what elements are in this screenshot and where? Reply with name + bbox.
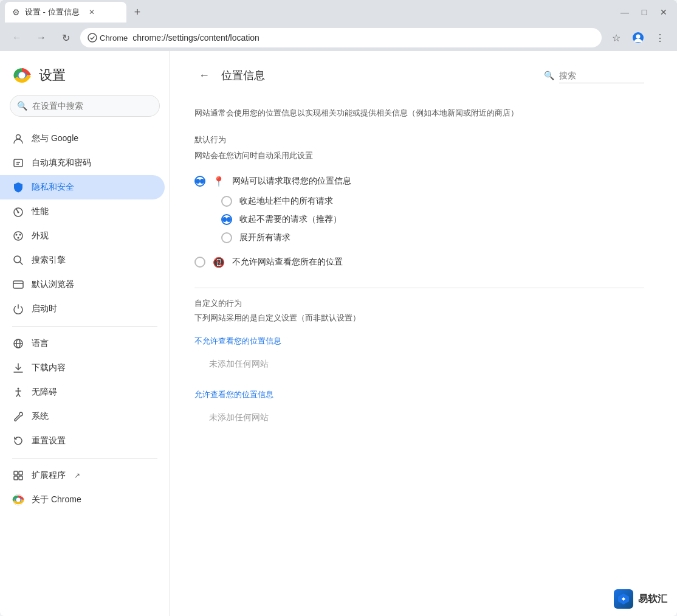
svg-rect-32	[19, 476, 22, 480]
address-badge: Chrome	[100, 33, 128, 43]
page-header-left: ← 位置信息	[194, 66, 265, 85]
sidebar-item-about[interactable]: 关于 Chrome	[0, 488, 165, 512]
sidebar-item-search-label: 搜索引擎	[32, 255, 66, 266]
sidebar-item-google[interactable]: 您与 Google	[0, 126, 165, 151]
menu-button[interactable]: ⋮	[650, 28, 670, 47]
browser-content: 设置 🔍 您与 Google 自动填充和密码	[0, 51, 677, 616]
svg-rect-31	[14, 476, 18, 480]
power-icon	[12, 303, 24, 315]
settings-header: 设置	[0, 61, 170, 95]
svg-rect-30	[19, 471, 22, 475]
page-back-button[interactable]: ←	[194, 66, 214, 85]
page-title: 位置信息	[221, 68, 265, 83]
sidebar-item-system[interactable]: 系统	[0, 404, 165, 429]
svg-point-15	[18, 237, 19, 239]
expand-all-radio[interactable]	[221, 232, 232, 243]
sidebar-item-default-browser[interactable]: 默认浏览器	[0, 272, 165, 297]
title-bar-left: ⚙ 设置 - 位置信息 ✕ +	[5, 2, 146, 22]
sidebar-item-downloads-label: 下载内容	[32, 362, 66, 373]
page-search: 🔍	[544, 68, 644, 83]
sidebar-item-extensions-label: 扩展程序	[32, 470, 66, 481]
active-tab[interactable]: ⚙ 设置 - 位置信息 ✕	[5, 2, 126, 22]
minimize-button[interactable]: —	[616, 4, 633, 21]
sidebar-item-reset[interactable]: 重置设置	[0, 429, 165, 453]
collapse-unnecessary-option[interactable]: 收起不需要的请求（推荐）	[221, 210, 644, 229]
browser-icon	[12, 279, 24, 291]
svg-line-17	[20, 262, 22, 265]
allow-radio-button[interactable]	[194, 176, 205, 187]
watermark-logo	[614, 589, 633, 609]
sidebar-item-reset-label: 重置设置	[32, 435, 66, 446]
palette-icon	[12, 230, 24, 242]
watermark-text: 易软汇	[638, 593, 667, 606]
profile-button[interactable]	[628, 28, 648, 47]
collapse-unnecessary-radio[interactable]	[221, 214, 232, 225]
page-header: ← 位置信息 🔍	[170, 51, 668, 95]
page-search-input[interactable]	[559, 68, 644, 83]
collapse-all-option[interactable]: 收起地址栏中的所有请求	[221, 192, 644, 210]
sidebar-item-autofill[interactable]: 自动填充和密码	[0, 151, 165, 175]
svg-line-28	[18, 394, 20, 396]
collapse-all-label: 收起地址栏中的所有请求	[239, 196, 333, 207]
shield-icon	[12, 181, 24, 193]
watermark: 易软汇	[614, 589, 667, 609]
sidebar-item-performance[interactable]: 性能	[0, 199, 165, 224]
download-icon	[12, 362, 24, 374]
sidebar-item-language[interactable]: 语言	[0, 331, 165, 356]
bookmark-button[interactable]: ☆	[607, 28, 626, 47]
back-nav-button[interactable]: ←	[7, 28, 27, 47]
expand-all-label: 展开所有请求	[239, 232, 290, 243]
refresh-button[interactable]: ↻	[56, 28, 75, 47]
svg-point-16	[14, 256, 21, 263]
sidebar-item-startup-label: 启动时	[32, 303, 57, 314]
gauge-icon	[12, 206, 24, 218]
allow-section-title: 允许查看您的位置信息	[194, 389, 644, 400]
block-radio-button[interactable]	[194, 257, 205, 268]
forward-nav-button[interactable]: →	[32, 28, 51, 47]
address-bar-input[interactable]: Chrome chrome://settings/content/locatio…	[80, 28, 602, 47]
collapse-all-radio[interactable]	[221, 196, 232, 207]
address-bar: ← → ↻ Chrome chrome://settings/content/l…	[0, 24, 677, 51]
allow-location-option[interactable]: 📍 网站可以请求取得您的位置信息	[194, 171, 644, 192]
expand-all-option[interactable]: 展开所有请求	[221, 229, 644, 247]
sidebar-item-search[interactable]: 搜索引擎	[0, 248, 165, 272]
sidebar-item-about-label: 关于 Chrome	[32, 494, 81, 505]
custom-behavior-title: 自定义的行为	[194, 298, 644, 309]
sidebar-item-appearance-label: 外观	[32, 230, 49, 241]
sidebar-item-accessibility[interactable]: 无障碍	[0, 380, 165, 404]
block-sites-section: 不允许查看您的位置信息 未添加任何网站	[194, 336, 644, 375]
sidebar-item-downloads[interactable]: 下载内容	[0, 356, 165, 380]
new-tab-button[interactable]: +	[129, 4, 146, 21]
sidebar-item-browser-label: 默认浏览器	[32, 279, 74, 290]
sidebar-item-autofill-label: 自动填充和密码	[32, 157, 91, 168]
settings-search-box[interactable]: 🔍	[10, 95, 160, 117]
address-url: chrome://settings/content/location	[132, 33, 259, 43]
collapse-unnecessary-label: 收起不需要的请求（推荐）	[239, 214, 342, 225]
sidebar-item-appearance[interactable]: 外观	[0, 224, 165, 248]
allow-location-label: 📍 网站可以请求取得您的位置信息	[213, 176, 351, 187]
block-location-option[interactable]: 📵 不允许网站查看您所在的位置	[194, 252, 644, 273]
title-bar: ⚙ 设置 - 位置信息 ✕ + — □ ✕	[0, 0, 677, 24]
accessibility-icon	[12, 386, 24, 398]
intro-text: 网站通常会使用您的位置信息以实现相关功能或提供相关信息（例如本地新闻或附近的商店…	[194, 107, 644, 120]
sidebar-divider-2	[12, 458, 157, 459]
svg-point-0	[88, 33, 97, 42]
svg-point-12	[14, 232, 22, 240]
search-icon	[12, 254, 24, 266]
default-behavior-title: 默认行为	[194, 134, 644, 145]
no-location-icon: 📵	[213, 257, 225, 268]
settings-search-input[interactable]	[10, 95, 160, 117]
sidebar-item-accessibility-label: 无障碍	[32, 387, 57, 398]
sidebar-item-language-label: 语言	[32, 338, 49, 349]
sidebar-item-privacy[interactable]: 隐私和安全	[0, 175, 165, 199]
custom-behavior-section: 自定义的行为 下列网站采用的是自定义设置（而非默认设置） 不允许查看您的位置信息…	[194, 288, 644, 428]
tab-close-button[interactable]: ✕	[87, 7, 97, 17]
browser-window: ⚙ 设置 - 位置信息 ✕ + — □ ✕ ← → ↻ Chrome chrom…	[0, 0, 677, 616]
close-button[interactable]: ✕	[655, 4, 672, 21]
svg-point-13	[16, 234, 18, 236]
sidebar-item-startup[interactable]: 启动时	[0, 297, 165, 321]
reset-icon	[12, 435, 24, 447]
sidebar-item-extensions[interactable]: 扩展程序 ↗	[0, 463, 170, 488]
maximize-button[interactable]: □	[636, 4, 653, 21]
person-icon	[12, 133, 24, 145]
